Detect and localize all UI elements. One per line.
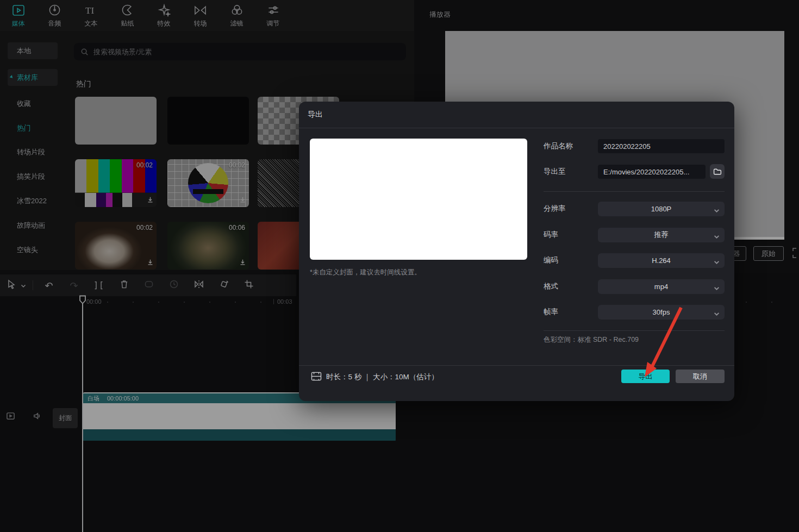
tab-audio[interactable]: 音频 (36, 3, 73, 28)
smpte-bars-clip[interactable]: 00:02 (75, 159, 157, 207)
sticker-icon (121, 3, 134, 17)
framerate-select[interactable]: 30fps (598, 305, 725, 320)
sidebar-item-material-library[interactable]: 素材库 (8, 69, 58, 86)
cancel-button[interactable]: 取消 (676, 370, 725, 383)
colorspace-info: 色彩空间：标准 SDR - Rec.709 (544, 335, 639, 345)
sidebar-item-favorites[interactable]: 收藏 (8, 95, 58, 112)
tab-label: 文本 (85, 19, 98, 28)
svg-text:TI: TI (85, 5, 94, 16)
bitrate-value: 推荐 (654, 230, 669, 240)
resolution-select[interactable]: 1080P (598, 202, 725, 216)
split-button[interactable]: ][ (86, 280, 111, 290)
top-toolbar: 媒体音频TI文本贴纸特效转场滤镜调节 (0, 0, 414, 31)
crop-icon (244, 279, 254, 291)
media-icon (12, 3, 25, 17)
download-icon[interactable] (239, 258, 246, 268)
mirror-button[interactable] (186, 279, 211, 291)
rabbit-video-clip[interactable]: 00:02 (75, 222, 157, 270)
name-label: 作品名称 (544, 141, 598, 151)
sidebar-item-label: 热门 (17, 123, 31, 133)
ruler-tick (260, 302, 261, 303)
ruler-tick (184, 302, 185, 303)
ruler-tick-major (273, 299, 274, 304)
undo-icon: ↶ (45, 280, 53, 291)
fullscreen-icon[interactable] (791, 246, 799, 260)
codec-label: 编码 (544, 255, 598, 265)
redo-button: ↷ (61, 280, 86, 291)
export-summary: 时长：5 秒 ｜ 大小：10M（估计） (326, 372, 439, 382)
resolution-value: 1080P (651, 205, 672, 213)
ruler-tick (235, 302, 236, 303)
dialog-title: 导出 (308, 110, 323, 120)
ruler-tick (209, 302, 210, 303)
cover-button[interactable]: 封面 (53, 408, 78, 428)
gray-clip[interactable] (75, 97, 157, 145)
format-select[interactable]: mp4 (598, 279, 725, 294)
rounded-box-icon (144, 279, 154, 291)
chevron-down-icon (714, 310, 720, 318)
deer-video-clip[interactable]: 00:06 (167, 222, 249, 270)
tab-label: 媒体 (12, 19, 25, 28)
crop-button[interactable] (236, 279, 261, 291)
sidebar-item-local[interactable]: 本地 (8, 42, 58, 59)
select-dropdown-button[interactable] (17, 280, 29, 290)
tab-label: 音频 (48, 19, 61, 28)
audio-icon (48, 3, 61, 17)
mute-track-icon[interactable] (33, 411, 42, 423)
ruler-tick (133, 302, 134, 303)
codec-select[interactable]: H.264 (598, 253, 725, 268)
black-clip[interactable] (167, 97, 249, 145)
export-cover-preview[interactable] (310, 139, 527, 260)
framerate-label: 帧率 (544, 307, 598, 317)
tab-text[interactable]: TI文本 (73, 3, 109, 28)
bitrate-select[interactable]: 推荐 (598, 228, 725, 242)
undo-button[interactable]: ↶ (36, 280, 61, 291)
sidebar-item-transition-clips[interactable]: 转场片段 (8, 143, 58, 160)
tab-sticker[interactable]: 贴纸 (109, 3, 146, 28)
ruler-label-3s: 00:03 (277, 298, 292, 305)
rotate-icon (219, 279, 229, 291)
adjust-icon (267, 3, 280, 17)
search-icon (80, 48, 89, 56)
chevron-down-icon (714, 233, 720, 241)
framerate-value: 30fps (653, 308, 670, 316)
select-tool-button[interactable] (5, 279, 17, 291)
section-title: 热门 (76, 79, 91, 89)
tab-label: 转场 (194, 19, 207, 28)
path-input[interactable]: E:/movies/202202022205... (598, 165, 706, 179)
chevron-down-icon (714, 284, 720, 292)
track-toggle-icon[interactable] (6, 411, 15, 423)
tab-transition[interactable]: 转场 (182, 3, 219, 28)
clip-duration: 00:00:05:00 (107, 395, 139, 402)
export-confirm-button[interactable]: 导出 (621, 370, 670, 383)
format-label: 格式 (544, 281, 598, 291)
clip-body (83, 403, 396, 429)
tab-media[interactable]: 媒体 (0, 3, 36, 28)
tab-effects[interactable]: 特效 (146, 3, 182, 28)
search-input[interactable] (92, 47, 377, 57)
tab-filters[interactable]: 滤镜 (219, 3, 255, 28)
original-size-button[interactable]: 原始 (753, 246, 784, 261)
freeze-button (161, 279, 186, 291)
sidebar-item-hot[interactable]: 热门 (8, 120, 58, 136)
sidebar-item-ice-snow-2022[interactable]: 冰雪2022 (8, 192, 58, 209)
ruler-tick (107, 302, 108, 303)
test-card-clip[interactable]: 00:02 (167, 159, 249, 207)
name-input[interactable]: 202202022205 (598, 139, 725, 153)
sidebar-item-empty-shots[interactable]: 空镜头 (8, 241, 58, 258)
download-icon[interactable] (147, 258, 154, 268)
cover-note: *未自定义封面，建议去时间线设置。 (310, 268, 421, 277)
toolbar-separator (33, 280, 33, 290)
delete-button[interactable] (111, 279, 136, 291)
trash-icon (120, 279, 129, 291)
download-icon[interactable] (147, 196, 154, 205)
sidebar-item-funny-clips[interactable]: 搞笑片段 (8, 168, 58, 185)
sidebar-item-glitch-animation[interactable]: 故障动画 (8, 217, 58, 234)
search-bar[interactable] (74, 43, 406, 60)
timeline-toolbar: ↶↷][ (0, 274, 296, 296)
rotate-button[interactable] (211, 279, 236, 291)
resolution-label: 分辨率 (544, 204, 598, 214)
tab-adjust[interactable]: 调节 (255, 3, 291, 28)
download-icon[interactable] (239, 196, 246, 205)
browse-folder-button[interactable] (710, 164, 725, 179)
